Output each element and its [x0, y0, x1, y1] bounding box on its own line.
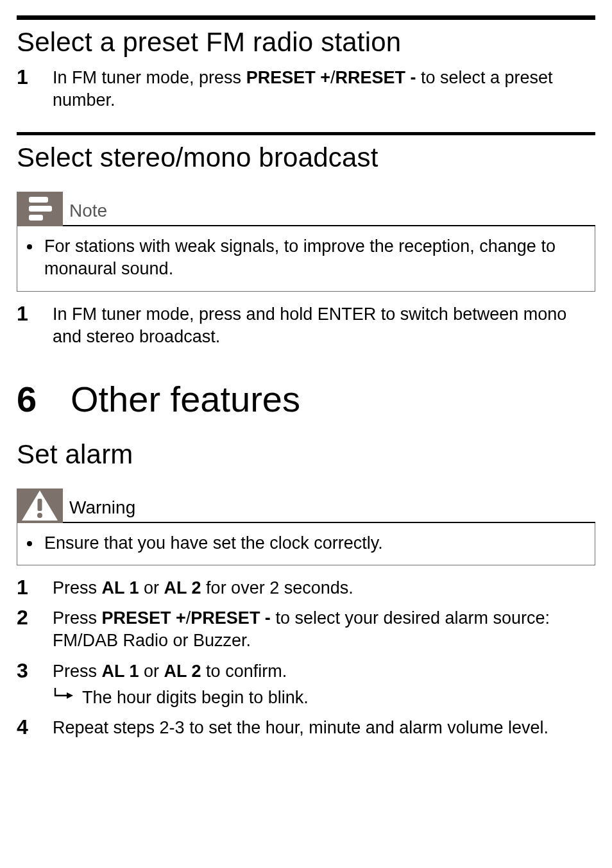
keycap-preset-plus: PRESET +: [246, 68, 330, 87]
keycap-preset-minus: PRESET -: [191, 608, 271, 628]
heading-set-alarm: Set alarm: [17, 437, 595, 472]
step-alarm-1: 1 Press AL 1 or AL 2 for over 2 seconds.: [17, 577, 595, 599]
keycap-al2: AL 2: [164, 662, 201, 681]
warning-callout: Warning Ensure that you have set the clo…: [17, 488, 595, 565]
step-number: 4: [17, 717, 53, 739]
text: Press: [53, 608, 102, 628]
svg-rect-1: [29, 206, 52, 212]
note-box: For stations with weak signals, to impro…: [17, 226, 595, 291]
step-number: 2: [17, 607, 53, 652]
divider: [17, 132, 595, 135]
step-alarm-4: 4 Repeat steps 2-3 to set the hour, minu…: [17, 717, 595, 739]
keycap-al2: AL 2: [164, 578, 201, 597]
step-body: Press AL 1 or AL 2 for over 2 seconds.: [53, 577, 595, 599]
divider-top: [17, 15, 595, 20]
text: In FM tuner mode, press: [53, 68, 246, 87]
step-number: 3: [17, 660, 53, 709]
warning-icon: [17, 488, 63, 523]
step-body: In FM tuner mode, press and hold ENTER t…: [53, 303, 595, 348]
step-body: Press AL 1 or AL 2 to confirm. The hour …: [53, 660, 595, 709]
warning-label: Warning: [63, 488, 595, 523]
step-stereo-mono-1: 1 In FM tuner mode, press and hold ENTER…: [17, 303, 595, 348]
step-body: Press PRESET +/PRESET - to select your d…: [53, 607, 595, 652]
svg-rect-0: [29, 197, 48, 203]
step-number: 1: [17, 303, 53, 348]
substep-text: The hour digits begin to blink.: [82, 687, 595, 709]
note-item: For stations with weak signals, to impro…: [42, 235, 584, 280]
keycap-rreset-minus: RRESET -: [335, 68, 416, 87]
keycap-preset-plus: PRESET +: [102, 608, 186, 628]
step-alarm-3: 3 Press AL 1 or AL 2 to confirm. The hou…: [17, 660, 595, 709]
note-callout: Note For stations with weak signals, to …: [17, 192, 595, 291]
text: or: [139, 662, 164, 681]
warning-box: Ensure that you have set the clock corre…: [17, 523, 595, 565]
svg-point-5: [37, 513, 42, 518]
step-number: 1: [17, 67, 53, 112]
keycap-al1: AL 1: [102, 662, 139, 681]
warning-item: Ensure that you have set the clock corre…: [42, 532, 584, 555]
keycap-al1: AL 1: [102, 578, 139, 597]
result-arrow-icon: [53, 687, 82, 709]
text: or: [139, 578, 164, 597]
step-number: 1: [17, 577, 53, 599]
note-label: Note: [63, 192, 595, 226]
heading-select-preset: Select a preset FM radio station: [17, 25, 595, 60]
svg-rect-4: [38, 499, 42, 511]
chapter-title: Other features: [71, 379, 300, 419]
substep: The hour digits begin to blink.: [53, 687, 595, 709]
text: for over 2 seconds.: [201, 578, 353, 597]
text: Press: [53, 578, 102, 597]
svg-rect-2: [29, 215, 43, 221]
step-select-preset-1: 1 In FM tuner mode, press PRESET +/RRESE…: [17, 67, 595, 112]
chapter-number: 6: [17, 376, 71, 423]
text: to confirm.: [201, 662, 287, 681]
step-body: In FM tuner mode, press PRESET +/RRESET …: [53, 67, 595, 112]
step-body: Repeat steps 2-3 to set the hour, minute…: [53, 717, 595, 739]
svg-marker-6: [67, 692, 73, 699]
note-icon: [17, 192, 63, 226]
heading-stereo-mono: Select stereo/mono broadcast: [17, 140, 595, 176]
chapter-heading: 6Other features: [17, 376, 595, 423]
step-alarm-2: 2 Press PRESET +/PRESET - to select your…: [17, 607, 595, 652]
text: Press: [53, 662, 102, 681]
